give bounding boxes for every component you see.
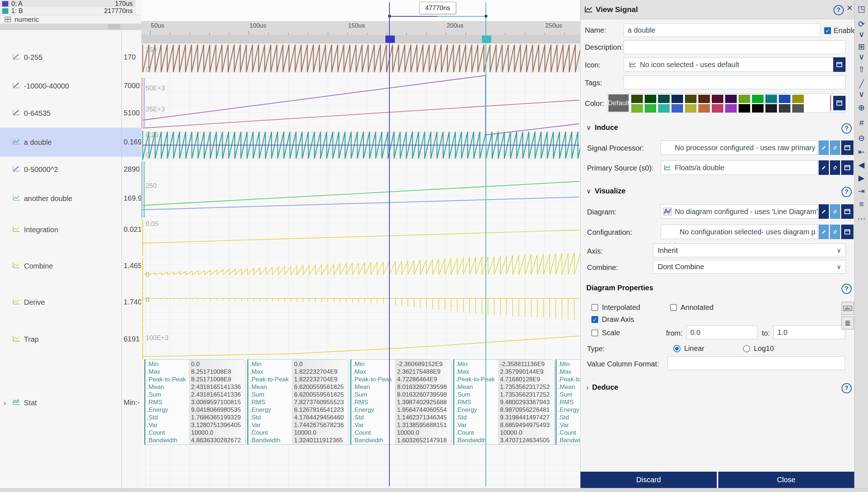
diagram-clear-button[interactable] (830, 204, 840, 219)
measure-endpoint-a[interactable] (388, 15, 391, 17)
annotated-checkbox-box[interactable] (670, 304, 677, 311)
configuration-clear-button[interactable] (830, 225, 840, 239)
list-settings-icon[interactable]: ≡ (855, 200, 868, 208)
color-swatch[interactable] (752, 95, 764, 103)
sidebar-item-0-255[interactable]: 0-255 (0, 49, 141, 65)
sidebar-item-another-double[interactable]: another double (0, 190, 141, 206)
prev-icon[interactable]: ◀ (855, 161, 868, 169)
source-field[interactable]: Floats/a double (661, 160, 818, 175)
close-icon[interactable]: × (847, 3, 852, 13)
bottom-scrollbar[interactable] (0, 488, 868, 492)
linear-radio[interactable]: Linear (673, 344, 704, 353)
section-visualize[interactable]: ∨Visualize (586, 187, 625, 195)
diagram-browse-button[interactable] (841, 204, 853, 219)
next-icon[interactable]: ▶ (855, 174, 868, 182)
sidebar-item--10000-40000[interactable]: -10000-40000 (0, 78, 141, 94)
draw-axis-checkbox-box[interactable]: ✓ (591, 316, 598, 323)
layout-grid-icon[interactable]: ⊞ (855, 43, 868, 51)
color-swatch[interactable] (739, 104, 750, 112)
enable-checkbox-box[interactable]: ✓ (824, 27, 831, 34)
cursor-a-marker[interactable] (385, 36, 395, 43)
color-swatch[interactable] (698, 104, 710, 112)
chevron-down-icon[interactable]: ∨ (855, 53, 868, 61)
sidebar-item-a-double[interactable]: a double (0, 134, 141, 150)
cursor-b-marker[interactable] (482, 36, 491, 43)
cursor-a-line[interactable] (389, 2, 390, 486)
sidebar-item-trap[interactable]: Trap (0, 331, 141, 347)
color-swatch[interactable] (645, 95, 656, 103)
color-swatch[interactable] (779, 95, 790, 103)
to-input[interactable]: 1.0 (773, 325, 845, 339)
color-swatch[interactable] (725, 95, 737, 103)
tags-input[interactable] (624, 75, 846, 89)
interpolated-checkbox[interactable]: Interpolated (591, 303, 640, 312)
color-swatch[interactable] (671, 95, 683, 103)
cursor-row-a[interactable]: 0: A 170us (0, 0, 136, 7)
chevron-down-icon[interactable]: ∨ (855, 30, 868, 38)
color-swatch[interactable] (631, 95, 643, 103)
sidebar-item-0-64535[interactable]: 0-64535 (0, 105, 141, 121)
diagram-properties-help-icon[interactable]: ? (842, 284, 852, 294)
more-icon[interactable]: ⋯ (855, 215, 868, 223)
cursor-row-b[interactable]: 1: B 217770ns (0, 7, 136, 15)
color-swatch[interactable] (658, 104, 670, 112)
configuration-browse-button[interactable] (841, 225, 853, 239)
combine-select[interactable]: Dont Combine∨ (653, 260, 846, 274)
annotated-checkbox[interactable]: Annotated (670, 303, 714, 312)
draw-axis-checkbox[interactable]: ✓ Draw Axis (591, 315, 634, 324)
cursor-b-line[interactable] (485, 2, 486, 486)
source-browse-button[interactable] (841, 160, 853, 175)
scale-checkbox[interactable]: Scale (591, 329, 620, 337)
list-view-button[interactable]: ≣ (842, 316, 854, 329)
color-swatch[interactable] (645, 104, 656, 112)
tab-numeric[interactable]: numeric (0, 15, 141, 24)
skip-end-icon[interactable]: ⇥ (855, 187, 868, 195)
name-input[interactable]: a double (624, 23, 821, 37)
ruler-icon[interactable]: ╱ (855, 80, 868, 88)
diagram-field[interactable]: No diagram configured - uses 'Line Diagr… (661, 204, 818, 219)
scale-checkbox-box[interactable] (591, 329, 598, 336)
color-browse-button[interactable] (833, 96, 846, 110)
log10-radio-button[interactable] (743, 345, 750, 352)
color-swatch[interactable] (658, 95, 670, 103)
help-icon[interactable]: ? (834, 5, 844, 15)
processor-browse-button[interactable] (841, 140, 853, 155)
color-swatch[interactable] (685, 95, 697, 103)
section-induce[interactable]: ∨Induce (586, 123, 618, 132)
sidebar-item-combine[interactable]: Combine (0, 258, 141, 274)
zoom-out-icon[interactable]: ⊖ (855, 134, 868, 142)
time-ruler[interactable]: 50us100us150us200us250us (141, 21, 580, 35)
skip-start-icon[interactable]: ⇤ (855, 148, 868, 156)
color-swatch[interactable] (792, 95, 804, 103)
linear-radio-button[interactable] (673, 345, 681, 352)
log10-radio[interactable]: Log10 (743, 344, 774, 353)
chevron-down-icon[interactable]: ∨ (855, 90, 868, 98)
icon-browse-button[interactable] (833, 57, 846, 72)
processor-field[interactable]: No processor configured - uses raw prima… (661, 140, 818, 155)
chart-window-icon[interactable]: ◳ (855, 5, 868, 13)
folder-export-icon[interactable]: ⇧ (855, 66, 868, 74)
description-input[interactable] (624, 40, 846, 54)
enable-checkbox[interactable]: ✓ Enable (824, 26, 856, 35)
cursor-delta-label[interactable]: 47770ns (419, 2, 456, 14)
axis-select[interactable]: Inherit∨ (653, 243, 846, 257)
color-swatch[interactable] (631, 104, 643, 112)
color-swatch[interactable] (685, 104, 697, 112)
color-swatch[interactable] (765, 95, 777, 103)
deduce-help-icon[interactable]: ? (842, 383, 852, 393)
color-swatch[interactable] (725, 104, 737, 112)
timeline-overview-strip[interactable] (141, 35, 580, 44)
default-color-button[interactable]: Default (608, 94, 629, 112)
configuration-edit-button[interactable] (819, 225, 829, 239)
icon-field[interactable]: No icon selected - uses default (624, 57, 846, 72)
sidebar-item-0-50000-2[interactable]: 0-50000^2 (0, 161, 141, 177)
configuration-field[interactable]: No configuration selected- uses diagram … (661, 225, 818, 239)
vcf-input[interactable] (667, 356, 845, 370)
value-column-divider[interactable] (121, 30, 122, 488)
sidebar-item-integration[interactable]: Integration (0, 222, 141, 238)
color-swatch[interactable] (712, 104, 723, 112)
abc-format-button[interactable]: abc (842, 302, 854, 315)
color-swatch[interactable] (752, 104, 764, 112)
induce-help-icon[interactable]: ? (842, 123, 852, 134)
color-swatch[interactable] (698, 95, 710, 103)
